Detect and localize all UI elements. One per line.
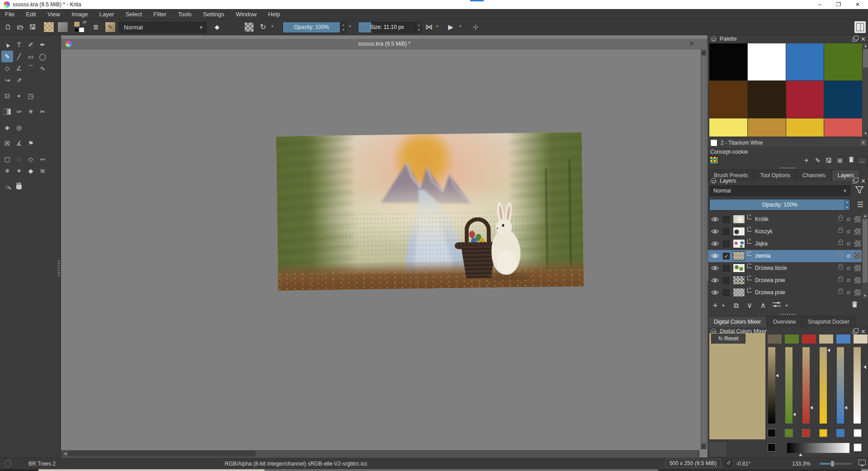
- wraparound-mode-icon[interactable]: ⊹: [470, 22, 481, 33]
- visibility-eye-icon[interactable]: [711, 290, 719, 297]
- layer-checkbox[interactable]: [723, 277, 730, 284]
- palette-swatch[interactable]: [824, 43, 862, 80]
- inherit-alpha-icon[interactable]: [854, 216, 861, 222]
- visibility-eye-icon[interactable]: [711, 241, 719, 248]
- visibility-eye-icon[interactable]: [711, 229, 719, 236]
- palette-scroll-thumb[interactable]: [863, 49, 868, 67]
- tool-dynamic-brush[interactable]: ↝: [1, 74, 13, 86]
- menu-filter[interactable]: Filter: [148, 9, 171, 19]
- float-docker-icon[interactable]: [853, 330, 857, 334]
- tool-edit-shapes[interactable]: ✐: [25, 39, 37, 51]
- layer-thumbnail[interactable]: [733, 264, 745, 273]
- docker-splitter-handle[interactable]: [780, 314, 796, 315]
- toolbox-splitter-handle[interactable]: [58, 261, 60, 277]
- close-button[interactable]: ✕: [850, 0, 865, 9]
- visibility-eye-icon[interactable]: [711, 253, 719, 260]
- inherit-alpha-icon[interactable]: [854, 240, 861, 247]
- layer-filter-icon[interactable]: [855, 185, 866, 196]
- add-swatch-icon[interactable]: +: [802, 156, 811, 165]
- lock-icon[interactable]: [838, 290, 843, 294]
- tool-line[interactable]: ╱: [13, 51, 25, 62]
- palette-swatch[interactable]: [709, 81, 747, 118]
- swatch-combo-button[interactable]: ▾: [859, 139, 867, 146]
- menu-view[interactable]: View: [42, 9, 65, 19]
- mixer-secondary-patch[interactable]: [709, 442, 726, 457]
- layer-opacity-spinner[interactable]: ▴▾: [844, 199, 850, 210]
- mixer-slider-white[interactable]: [854, 347, 861, 424]
- menu-edit[interactable]: Edit: [21, 9, 41, 19]
- move-layer-up-button[interactable]: ∧: [758, 300, 769, 311]
- layer-blending-mode-select[interactable]: Normal ▾: [709, 185, 850, 196]
- preserve-alpha-icon[interactable]: [244, 22, 254, 32]
- layer-row[interactable]: Królik α: [708, 213, 862, 226]
- layer-thumbnail[interactable]: [733, 276, 745, 285]
- layer-row[interactable]: Koszyk α: [708, 226, 862, 238]
- menu-select[interactable]: Select: [121, 9, 147, 19]
- close-docker-icon[interactable]: ✕: [861, 178, 866, 184]
- alpha-lock-icon[interactable]: α: [847, 228, 850, 235]
- rotation-icon[interactable]: ↺: [724, 459, 732, 467]
- scroll-down-arrow[interactable]: ▼: [863, 131, 868, 137]
- tab-digital-colors-mixer[interactable]: Digital Colors Mixer: [708, 316, 767, 327]
- mixer-slider-blue[interactable]: [837, 347, 844, 424]
- mixer-reset-button[interactable]: ↻ Reset: [711, 334, 745, 344]
- mixer-slider-red[interactable]: [802, 347, 810, 424]
- pattern-chip[interactable]: [43, 22, 54, 33]
- painting-canvas[interactable]: [276, 132, 584, 290]
- more-options-button[interactable]: ...: [858, 157, 867, 165]
- inherit-alpha-icon[interactable]: [854, 289, 861, 296]
- mixer-top-swatch[interactable]: [785, 334, 799, 344]
- menu-window[interactable]: Window: [231, 9, 261, 19]
- save-icon[interactable]: 🖫︎: [27, 22, 38, 33]
- tool-color-sampler[interactable]: ✑: [13, 106, 25, 118]
- mixer-gradient-black-swatch[interactable]: [767, 443, 776, 452]
- layer-opacity-slider[interactable]: Opacity: 100% ▴▾: [709, 199, 850, 211]
- lock-icon[interactable]: [838, 266, 843, 269]
- alpha-lock-icon[interactable]: α: [847, 289, 850, 296]
- mixer-current-color-patch[interactable]: [709, 333, 765, 439]
- float-docker-icon[interactable]: [853, 179, 857, 184]
- layerlist-scrollbar[interactable]: ▲ ▼: [862, 213, 868, 299]
- duplicate-layer-button[interactable]: ⧉: [731, 300, 741, 311]
- palette-chooser-icon[interactable]: [710, 157, 718, 164]
- lock-icon[interactable]: [838, 278, 843, 282]
- mixer-slider-handle[interactable]: [844, 406, 847, 410]
- mixer-top-swatch[interactable]: [819, 334, 833, 344]
- layer-row[interactable]: Drzewa pnie α: [708, 274, 862, 287]
- alpha-lock-icon[interactable]: α: [847, 264, 850, 271]
- alpha-lock-icon[interactable]: α: [847, 240, 850, 247]
- tool-magic-wand-select[interactable]: ✳: [1, 165, 13, 177]
- scroll-up-arrow[interactable]: ▲: [862, 213, 868, 219]
- visibility-eye-icon[interactable]: [711, 278, 719, 284]
- visibility-eye-icon[interactable]: [711, 265, 719, 272]
- foreground-background-colors[interactable]: ⇄: [74, 21, 85, 33]
- layer-checkbox[interactable]: [723, 265, 730, 272]
- menu-layer[interactable]: Layer: [94, 9, 119, 19]
- docker-lock-icon[interactable]: [711, 178, 716, 184]
- tab-overview[interactable]: Overview: [767, 316, 802, 327]
- mixer-top-swatch[interactable]: [802, 334, 816, 344]
- tool-calligraphy[interactable]: ✒: [37, 39, 48, 51]
- layer-checkbox[interactable]: ✓: [723, 253, 730, 259]
- size-slider[interactable]: Size: 11.10 px: [358, 22, 416, 33]
- reload-preset-icon[interactable]: ↻: [258, 22, 269, 33]
- chevron-down-icon[interactable]: ▾: [436, 24, 439, 28]
- chevron-down-icon[interactable]: ▾: [349, 24, 351, 28]
- layer-thumbnail[interactable]: [733, 239, 745, 248]
- tool-bezier-curve[interactable]: ⌒: [25, 62, 37, 74]
- canvas-horizontal-scrollbar[interactable]: ◀: [61, 450, 699, 457]
- palette-swatch[interactable]: [786, 43, 824, 80]
- tool-similar-color-select[interactable]: ✴: [13, 165, 25, 177]
- tool-polyline[interactable]: ∠: [13, 62, 25, 74]
- open-document-icon[interactable]: 🗁︎: [15, 22, 26, 33]
- mixer-top-swatch[interactable]: [836, 334, 850, 344]
- mixer-gradient-handle[interactable]: [799, 453, 802, 456]
- tool-select-shapes[interactable]: ▲: [1, 39, 13, 51]
- document-close-icon[interactable]: ✕: [687, 39, 697, 49]
- tool-colorize-mask[interactable]: ✳: [25, 106, 37, 118]
- mixer-slider-black[interactable]: [768, 347, 775, 424]
- layer-name[interactable]: Drzewa liście: [755, 265, 787, 271]
- tool-move[interactable]: ⌖: [13, 90, 25, 102]
- background-color[interactable]: [79, 27, 85, 33]
- layer-properties-button[interactable]: [771, 300, 782, 311]
